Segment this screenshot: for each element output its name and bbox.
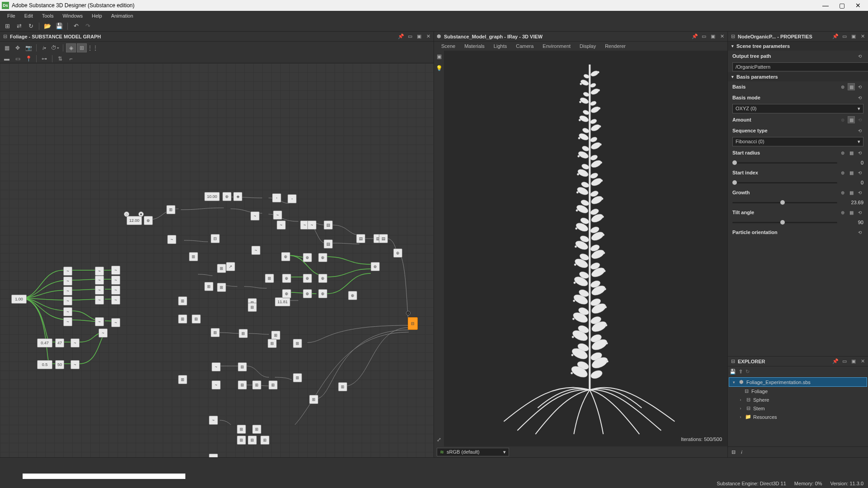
graph-node[interactable]: ⊞ [178,375,187,384]
graph-node[interactable]: ~ [111,286,120,295]
graph-node[interactable]: ~ [212,380,221,389]
highlight-tool-icon[interactable]: ◈ [66,43,76,52]
graph-node[interactable]: ~ [63,277,72,286]
graph-node[interactable]: ⊕ [348,291,357,300]
graph-node[interactable]: ~ [63,307,72,316]
menu-edit[interactable]: Edit [20,12,38,20]
graph-node[interactable]: ~ [277,221,286,230]
graph-node[interactable]: ▤ [379,234,388,243]
graph-node[interactable]: ~ [63,296,72,305]
link-icon[interactable]: ▦ [848,116,855,123]
chevron-right-icon[interactable]: › [738,406,743,411]
reset-icon[interactable]: ⟲ [856,116,863,123]
link-icon[interactable]: ▦ [848,149,855,156]
menu-tools[interactable]: Tools [38,12,58,20]
graph-node[interactable]: ⊞ [252,425,261,434]
export-icon[interactable]: ⇪ [739,369,743,375]
graph-node[interactable]: ⊕ [282,274,291,283]
viewport-canvas[interactable]: Iterations: 500/500 [444,51,727,446]
tree-item-resources[interactable]: › 📁 Resources [729,413,867,421]
graph-node[interactable]: 1.00 [11,295,27,304]
auto-layout-icon[interactable]: ⇅ [55,54,65,63]
pin-icon[interactable]: 📌 [397,33,405,40]
graph-node[interactable]: ⊕ [318,289,327,298]
chevron-right-icon[interactable]: › [738,398,743,402]
expose-icon[interactable]: ⊕ [839,169,846,176]
graph-node[interactable]: ● [406,311,410,315]
new-graph-icon[interactable]: ⊞ [3,22,12,31]
graph-node[interactable]: 47 [55,338,64,347]
chevron-right-icon[interactable]: › [738,415,743,419]
graph-node[interactable]: ◦ [288,194,297,203]
graph-node[interactable]: ▤ [324,239,333,249]
close-panel-icon[interactable]: ✕ [859,358,866,365]
comment-icon[interactable]: ▬ [2,54,12,63]
graph-node[interactable]: ⊟ [211,234,220,243]
graph-node[interactable]: ~ [111,296,120,305]
expose-icon[interactable]: ⊕ [839,189,846,196]
expose-icon[interactable]: ⊕ [839,209,846,216]
graph-node[interactable]: ~ [63,317,72,326]
graph-node[interactable]: ~ [95,276,104,285]
growth-slider[interactable] [732,202,837,203]
graph-node[interactable]: ⊞ [271,331,280,340]
graph-node[interactable]: 0.47 [37,338,52,347]
graph-node[interactable]: ~ [307,221,316,230]
maximize-panel-icon[interactable]: ▣ [850,33,857,40]
graph-node[interactable]: ⊞ [265,274,274,283]
align-icon[interactable]: ⋮⋮ [88,43,98,52]
vp-menu-camera[interactable]: Camera [511,42,538,50]
save-icon[interactable]: 💾 [730,369,736,375]
settings-icon[interactable]: ⊟ [731,449,736,455]
reset-icon[interactable]: ⟲ [856,83,863,90]
graph-node[interactable]: ⊞ [268,339,277,348]
maximize-panel-icon[interactable]: ▣ [850,358,857,365]
graph-node[interactable]: ⊞ [309,395,318,404]
select-tool-icon[interactable]: ▦ [2,43,12,52]
graph-node[interactable]: ~ [63,267,72,276]
graph-node[interactable]: ~ [111,266,120,275]
graph-node[interactable]: ⊕ [393,249,402,258]
pin-icon[interactable]: 📌 [832,358,839,365]
maximize-button[interactable]: ▢ [837,2,846,9]
graph-node[interactable]: ⊞ [293,373,302,382]
graph-node[interactable]: ⊕ [371,262,380,271]
start-index-slider[interactable] [732,182,837,183]
graph-node[interactable]: ~ [95,286,104,295]
pin-node-icon[interactable]: 📍 [24,54,33,63]
graph-node[interactable]: ⊞ [217,283,226,292]
link-nodes-icon[interactable]: ⊶ [39,54,49,63]
reset-icon[interactable]: ⟲ [856,94,863,101]
section-scene-tree[interactable]: ▾ Scene tree parameters [728,42,868,51]
section-basis[interactable]: ▾ Basis parameters [728,72,868,81]
graph-node[interactable]: ~ [209,416,218,425]
tree-root[interactable]: ▾ ⬢ Foliage_Experimentation.sbs [729,377,867,387]
graph-node[interactable]: ⊞ [178,314,187,324]
reset-icon[interactable]: ⟲ [856,127,863,134]
reset-icon[interactable]: ⟲ [856,149,863,156]
link-icon[interactable]: ▦ [848,209,855,216]
link-icon[interactable]: ▦ [848,169,855,176]
graph-node[interactable]: ~ [209,454,218,457]
close-panel-icon[interactable]: ✕ [718,33,726,40]
graph-node[interactable]: ⊕ [281,252,290,261]
graph-node[interactable]: ~ [95,267,104,276]
graph-node[interactable]: ⊕ [222,192,231,201]
graph-canvas[interactable]: 1.00 ~ ~ ~ ~ ~ ~ 0.47 47 0.5 50 ~ ~ ~ ~ … [0,63,434,457]
graph-node[interactable]: ⊕ [303,253,312,262]
tilt-slider[interactable] [732,222,837,223]
graph-node[interactable]: ~ [99,328,108,338]
graph-node[interactable]: ⊞ [178,296,187,305]
graph-node[interactable]: ~ [71,338,80,347]
graph-node[interactable]: ⊕ [282,289,291,298]
graph-node[interactable]: ↗ [226,262,235,271]
timing-icon[interactable]: ⏱▾ [50,43,60,52]
info-icon[interactable]: 𝑖▾ [39,43,49,52]
tree-item-stem[interactable]: › ⊟ Stem [729,404,867,413]
reset-icon[interactable]: ⟲ [856,209,863,216]
graph-node[interactable]: 11.81 [275,297,290,306]
sequence-select[interactable]: Fibonacci (0)▾ [732,137,863,146]
menu-help[interactable]: Help [87,12,107,20]
graph-node[interactable]: 50 [55,360,64,369]
graph-node[interactable]: ⊞ [293,339,302,348]
